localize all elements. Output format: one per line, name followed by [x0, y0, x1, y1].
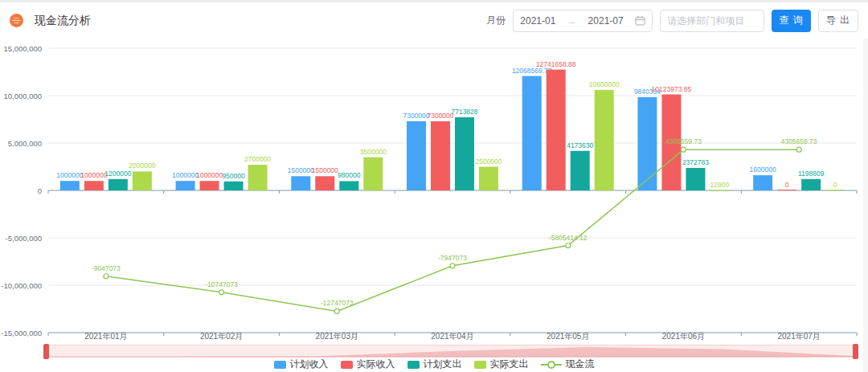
date-start-value[interactable]: 2021-01: [520, 15, 555, 27]
bar-value-label: 1000000: [56, 171, 83, 179]
bar[interactable]: [522, 76, 542, 190]
bar[interactable]: [60, 181, 80, 190]
month-label: 月份: [486, 14, 506, 27]
query-button[interactable]: 查 询: [772, 10, 810, 32]
date-range-picker[interactable]: 2021-01 → 2021-07: [513, 10, 653, 32]
bar-value-label: 3500000: [360, 148, 387, 156]
legend-item-planned-expense[interactable]: 计划支出: [407, 358, 462, 371]
legend-label: 实际收入: [357, 358, 395, 371]
page-title: 现金流分析: [35, 14, 91, 28]
bar-value-label: 1000000: [80, 171, 107, 179]
line-marker[interactable]: [796, 147, 801, 152]
line-value-label: -9047073: [92, 264, 121, 272]
bar-value-label: 1000000: [172, 171, 199, 179]
bar[interactable]: [315, 176, 334, 190]
planned-income-swatch: [274, 361, 286, 369]
cashflow-chart[interactable]: 15,000,00010,000,0005,000,0000-5,000,000…: [0, 39, 868, 340]
bar[interactable]: [363, 157, 383, 190]
bar[interactable]: [176, 181, 195, 190]
line-value-label: -12747073: [321, 299, 354, 307]
x-axis-label: 2021年07月: [777, 332, 820, 340]
bar[interactable]: [637, 97, 657, 190]
line-value-label: -5805414.12: [549, 234, 588, 242]
bar[interactable]: [431, 121, 450, 190]
bar[interactable]: [571, 151, 590, 190]
actual-income-swatch: [341, 361, 353, 369]
bar[interactable]: [200, 181, 219, 190]
vertical-scrollbar[interactable]: [863, 39, 868, 372]
y-axis-label: 5,000,000: [8, 139, 42, 148]
bar[interactable]: [595, 90, 614, 190]
line-marker[interactable]: [334, 309, 339, 313]
line-value-label: -7947073: [438, 254, 467, 262]
datazoom-slider[interactable]: [45, 345, 857, 357]
bar-value-label: 1000000: [196, 171, 223, 179]
line-marker[interactable]: [104, 274, 108, 279]
date-range-arrow-icon: →: [567, 16, 576, 26]
bar-value-label: 2500000: [475, 157, 502, 166]
line-marker[interactable]: [219, 290, 224, 295]
chart-legend: 计划收入 实际收入 计划支出 实际支出 现金流: [0, 358, 868, 371]
x-axis-label: 2021年01月: [84, 332, 127, 340]
legend-item-planned-income[interactable]: 计划收入: [274, 358, 329, 371]
x-axis-label: 2021年06月: [662, 332, 705, 340]
planned-expense-swatch: [407, 361, 420, 369]
actual-expense-swatch: [474, 361, 486, 369]
bar-value-label: 2000000: [129, 161, 155, 170]
y-axis-label: 10,000,000: [3, 92, 42, 100]
bar-value-label: 12741658.88: [536, 60, 576, 68]
bar[interactable]: [547, 70, 566, 190]
bar[interactable]: [224, 182, 244, 190]
bar[interactable]: [108, 179, 128, 190]
bar[interactable]: [479, 167, 498, 191]
bar[interactable]: [133, 171, 152, 190]
line-marker[interactable]: [450, 264, 455, 268]
bar[interactable]: [248, 165, 268, 190]
bar-value-label: 4173630: [567, 141, 593, 149]
bar[interactable]: [339, 181, 358, 190]
bar-value-label: 2700000: [244, 155, 271, 163]
cashflow-line-legend-icon: [541, 361, 562, 369]
bar-value-label: 0: [833, 181, 837, 189]
bar[interactable]: [801, 179, 821, 190]
x-axis-label: 2021年02月: [200, 332, 243, 340]
bar-value-label: 12900: [710, 181, 730, 189]
bar[interactable]: [291, 176, 310, 190]
bar[interactable]: [710, 190, 729, 191]
calendar-icon: [635, 15, 645, 26]
department-project-select[interactable]: [660, 10, 764, 32]
line-value-label: 4305659.73: [665, 137, 702, 145]
bar-value-label: 980000: [338, 171, 361, 179]
line-marker[interactable]: [566, 243, 571, 248]
legend-item-actual-expense[interactable]: 实际支出: [474, 358, 529, 371]
y-axis-label: -15,000,000: [1, 329, 42, 337]
bar-value-label: 1500000: [288, 166, 314, 174]
date-end-value[interactable]: 2021-07: [588, 15, 624, 27]
export-button[interactable]: 导 出: [818, 10, 858, 32]
x-axis-label: 2021年05月: [547, 332, 589, 340]
bar[interactable]: [455, 117, 474, 190]
bar-value-label: 950000: [222, 172, 245, 180]
bar-value-label: 0: [785, 181, 789, 189]
legend-label: 实际支出: [490, 358, 529, 371]
bar-value-label: 7300000: [427, 112, 453, 120]
bar[interactable]: [825, 190, 845, 190]
page-header: 现金流分析 月份 2021-01 → 2021-07 查 询 导 出: [0, 2, 868, 39]
bar-value-label: 7300000: [403, 112, 429, 120]
bar[interactable]: [753, 175, 772, 190]
bar-value-label: 10123973.85: [652, 85, 692, 93]
legend-label: 现金流: [566, 358, 595, 371]
bar[interactable]: [407, 121, 426, 190]
bar[interactable]: [686, 168, 705, 190]
bar[interactable]: [777, 190, 796, 190]
bar-value-label: 7713828: [451, 108, 477, 116]
bar-value-label: 10600000: [589, 80, 620, 88]
query-toolbar: 月份 2021-01 → 2021-07 查 询 导 出: [486, 10, 858, 32]
y-axis-label: 15,000,000: [3, 44, 42, 53]
legend-item-cashflow[interactable]: 现金流: [541, 358, 595, 371]
bar[interactable]: [84, 181, 104, 190]
line-marker[interactable]: [681, 147, 686, 152]
legend-item-actual-income[interactable]: 实际收入: [341, 358, 395, 371]
line-value-label: 4305659.73: [781, 137, 817, 145]
datazoom-data-shadow: [46, 345, 858, 358]
